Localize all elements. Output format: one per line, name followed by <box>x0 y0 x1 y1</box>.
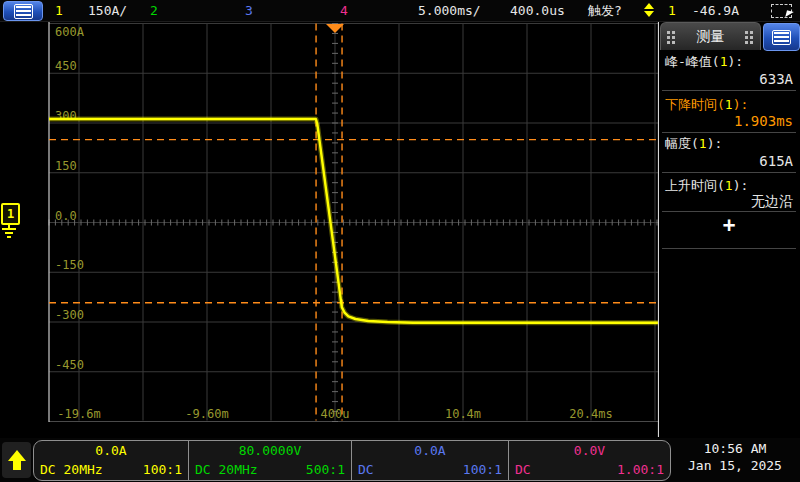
y-axis-label: -450 <box>55 358 84 372</box>
measurement-row-label[interactable]: 峰-峰值(1): <box>665 53 743 71</box>
time-display: 10:56 AM <box>672 440 798 457</box>
x-axis-label: -9.60m <box>185 407 228 421</box>
delay-marker-icon[interactable] <box>326 24 344 33</box>
channel-2-offset: 80.0000V <box>195 443 345 458</box>
divider <box>662 248 796 249</box>
channel-2-probe: 500:1 <box>306 462 345 477</box>
channel-3-status[interactable]: 0.0A DC100:1 <box>351 441 508 480</box>
divider <box>662 90 796 91</box>
add-measurement-button[interactable]: + <box>662 212 796 238</box>
channel-3-coupling: DC <box>358 462 374 477</box>
measurement-panel: 测量 峰-峰值(1): 633A 下降时间(1): 1.903ms 幅度(1):… <box>659 22 800 437</box>
y-axis-label: -150 <box>55 258 84 272</box>
up-arrow-stem <box>13 461 21 470</box>
y-axis-label: 450 <box>55 59 77 73</box>
measurement-row-value: 无边沿 <box>665 193 793 211</box>
clock: 10:56 AM Jan 15, 2025 <box>672 440 798 474</box>
measurement-row-value: 1.903ms <box>665 113 793 129</box>
waveform-glow <box>49 119 658 323</box>
up-arrow-icon <box>8 450 26 461</box>
divider <box>662 132 796 133</box>
measurement-menu-button[interactable] <box>763 23 800 51</box>
measurement-row-label[interactable]: 下降时间(1): <box>665 96 748 114</box>
divider <box>662 172 796 173</box>
channel-1-probe: 100:1 <box>143 462 182 477</box>
measurement-row-value: 615A <box>665 153 793 169</box>
measurement-panel-title: 测量 <box>661 23 760 50</box>
hamburger-icon <box>772 30 791 45</box>
channel-3-offset: 0.0A <box>358 443 502 458</box>
x-axis-label: 10.4m <box>445 407 481 421</box>
channel-2-status[interactable]: 80.0000V DC 20MHz500:1 <box>188 441 351 480</box>
channel-1-ground-label: 1 <box>1 203 20 225</box>
measurement-panel-tab[interactable]: 测量 <box>660 22 761 50</box>
x-axis-label: 20.4ms <box>569 407 612 421</box>
y-axis-label: 0.0 <box>55 209 77 223</box>
bottom-status-bar: 0.0A DC 20MHz100:1 80.0000V DC 20MHz500:… <box>0 438 800 482</box>
channel-2-coupling: DC 20MHz <box>195 462 258 477</box>
channel-3-probe: 100:1 <box>463 462 502 477</box>
measurement-row-value: 633A <box>665 71 793 87</box>
x-axis-label: 400u <box>321 407 350 421</box>
channel-1-status[interactable]: 0.0A DC 20MHz100:1 <box>34 441 188 480</box>
y-axis-label: -300 <box>55 308 84 322</box>
expand-bar-button[interactable] <box>2 442 31 478</box>
channel-1-ground-marker[interactable]: 1 <box>1 203 21 243</box>
channel-4-offset: 0.0V <box>515 443 664 458</box>
y-axis-label: 150 <box>55 159 77 173</box>
ch1-waveform-trace <box>49 119 658 323</box>
channel-status-container: 0.0A DC 20MHz100:1 80.0000V DC 20MHz500:… <box>33 440 671 481</box>
measurement-row-label[interactable]: 幅度(1): <box>665 135 722 153</box>
channel-4-probe: 1.00:1 <box>617 462 664 477</box>
channel-1-coupling: DC 20MHz <box>40 462 103 477</box>
date-display: Jan 15, 2025 <box>672 457 798 474</box>
oscilloscope-screen: { "topbar": { "channels": [ {"num": "1",… <box>0 0 800 482</box>
y-axis-label: 600A <box>55 25 85 39</box>
channel-4-status[interactable]: 0.0V DC1.00:1 <box>508 441 670 480</box>
channel-4-coupling: DC <box>515 462 531 477</box>
channel-1-offset: 0.0A <box>40 443 182 458</box>
x-axis-label: -19.6m <box>57 407 100 421</box>
